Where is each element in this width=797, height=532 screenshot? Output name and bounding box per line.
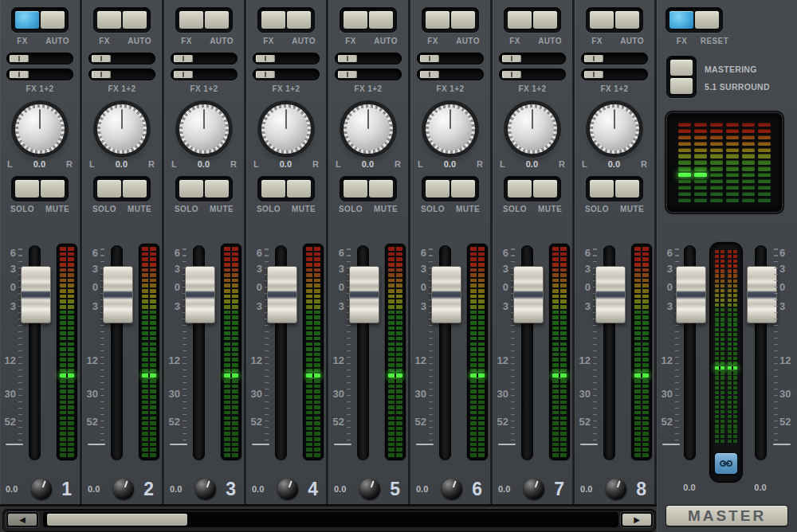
output-knob[interactable] <box>113 479 134 499</box>
master-fx-button[interactable] <box>669 11 693 29</box>
pan-knob[interactable] <box>590 104 639 154</box>
solo-button[interactable] <box>426 180 450 198</box>
fx-send-1-handle[interactable] <box>174 55 193 62</box>
pan-knob[interactable] <box>508 104 557 154</box>
fx-send-1-slider[interactable] <box>253 53 320 65</box>
fx-send-1-handle[interactable] <box>420 55 439 62</box>
solo-button[interactable] <box>179 180 203 198</box>
volume-fader[interactable] <box>21 266 51 323</box>
pan-knob[interactable] <box>261 104 311 154</box>
output-knob[interactable] <box>442 479 462 499</box>
mute-button[interactable] <box>451 180 475 198</box>
fx-button[interactable] <box>15 11 39 29</box>
output-knob[interactable] <box>277 479 298 499</box>
volume-fader[interactable] <box>595 266 626 323</box>
pan-knob[interactable] <box>344 104 393 154</box>
solo-button[interactable] <box>344 180 367 198</box>
fx-send-1-handle[interactable] <box>338 55 357 62</box>
output-knob[interactable] <box>195 479 216 499</box>
mute-button[interactable] <box>533 180 557 198</box>
scroll-right-button[interactable]: ▶ <box>621 512 653 527</box>
auto-button[interactable] <box>41 11 65 29</box>
output-knob[interactable] <box>359 479 380 499</box>
fx-send-2-slider[interactable] <box>499 68 566 80</box>
master-reset-button[interactable] <box>695 11 719 29</box>
auto-button[interactable] <box>123 11 147 29</box>
fx-send-2-slider[interactable] <box>253 68 320 80</box>
fx-send-2-slider[interactable] <box>581 68 648 80</box>
fx-send-2-handle[interactable] <box>338 71 357 78</box>
solo-button[interactable] <box>15 180 39 198</box>
surround-button[interactable] <box>670 78 693 94</box>
solo-button[interactable] <box>590 180 614 198</box>
fx-send-2-handle[interactable] <box>584 71 603 78</box>
auto-button[interactable] <box>615 11 639 29</box>
pan-left-label: L <box>253 159 259 169</box>
mastering-button[interactable] <box>670 60 693 76</box>
fx-button[interactable] <box>179 11 203 29</box>
auto-button[interactable] <box>287 11 311 29</box>
volume-fader[interactable] <box>431 266 461 323</box>
fx-send-1-handle[interactable] <box>584 55 603 62</box>
fx-send-1-slider[interactable] <box>417 53 484 65</box>
pan-knob-pointer <box>614 109 615 129</box>
fx-send-1-slider[interactable] <box>499 53 566 65</box>
fx-send-1-slider[interactable] <box>171 53 238 65</box>
auto-button[interactable] <box>533 11 557 29</box>
fx-send-2-handle[interactable] <box>420 71 439 78</box>
output-knob[interactable] <box>606 479 626 499</box>
fx-send-2-handle[interactable] <box>174 71 193 78</box>
pan-knob[interactable] <box>15 104 65 154</box>
auto-button[interactable] <box>205 11 229 29</box>
output-knob[interactable] <box>524 479 544 499</box>
scroll-left-button[interactable]: ◀ <box>6 512 38 527</box>
volume-fader[interactable] <box>103 266 133 323</box>
fx-send-2-slider[interactable] <box>417 68 484 80</box>
fx-send-2-handle[interactable] <box>92 71 111 78</box>
master-left-fader[interactable] <box>676 266 706 323</box>
solo-button[interactable] <box>261 180 285 198</box>
volume-fader[interactable] <box>267 266 297 323</box>
pan-knob[interactable] <box>179 104 229 154</box>
volume-fader[interactable] <box>349 266 379 323</box>
fx-send-2-slider[interactable] <box>6 68 73 80</box>
scrollbar-thumb[interactable] <box>47 514 187 526</box>
fx-button[interactable] <box>590 11 614 29</box>
mute-button[interactable] <box>41 180 65 198</box>
fx-button[interactable] <box>426 11 450 29</box>
fx-send-1-slider[interactable] <box>581 53 648 65</box>
fx-send-2-slider[interactable] <box>88 68 155 80</box>
fx-send-1-slider[interactable] <box>335 53 402 65</box>
fx-send-1-slider[interactable] <box>88 53 155 65</box>
mute-button[interactable] <box>369 180 393 198</box>
volume-fader[interactable] <box>185 266 215 323</box>
fx-button[interactable] <box>508 11 532 29</box>
fx-send-2-handle[interactable] <box>256 71 275 78</box>
mute-button[interactable] <box>123 180 147 198</box>
volume-fader[interactable] <box>513 266 544 323</box>
output-knob[interactable] <box>31 479 52 499</box>
auto-button[interactable] <box>451 11 475 29</box>
fx-send-1-slider[interactable] <box>6 53 73 65</box>
fx-send-2-slider[interactable] <box>335 68 402 80</box>
fx-button[interactable] <box>261 11 285 29</box>
fx-send-2-slider[interactable] <box>171 68 238 80</box>
fx-send-1-handle[interactable] <box>10 55 29 62</box>
fx-button[interactable] <box>344 11 367 29</box>
fx-send-2-handle[interactable] <box>502 71 521 78</box>
solo-button[interactable] <box>508 180 532 198</box>
fx-send-1-handle[interactable] <box>502 55 521 62</box>
solo-button[interactable] <box>97 180 121 198</box>
fx-send-1-handle[interactable] <box>92 55 111 62</box>
pan-knob[interactable] <box>426 104 475 154</box>
mute-button[interactable] <box>615 180 639 198</box>
auto-button[interactable] <box>369 11 393 29</box>
scrollbar-track[interactable] <box>43 512 618 527</box>
stereo-link-button[interactable] <box>714 452 738 475</box>
mute-button[interactable] <box>287 180 311 198</box>
fx-send-2-handle[interactable] <box>10 71 29 78</box>
mute-button[interactable] <box>205 180 229 198</box>
pan-knob[interactable] <box>97 104 147 154</box>
fx-send-1-handle[interactable] <box>256 55 275 62</box>
fx-button[interactable] <box>97 11 121 29</box>
